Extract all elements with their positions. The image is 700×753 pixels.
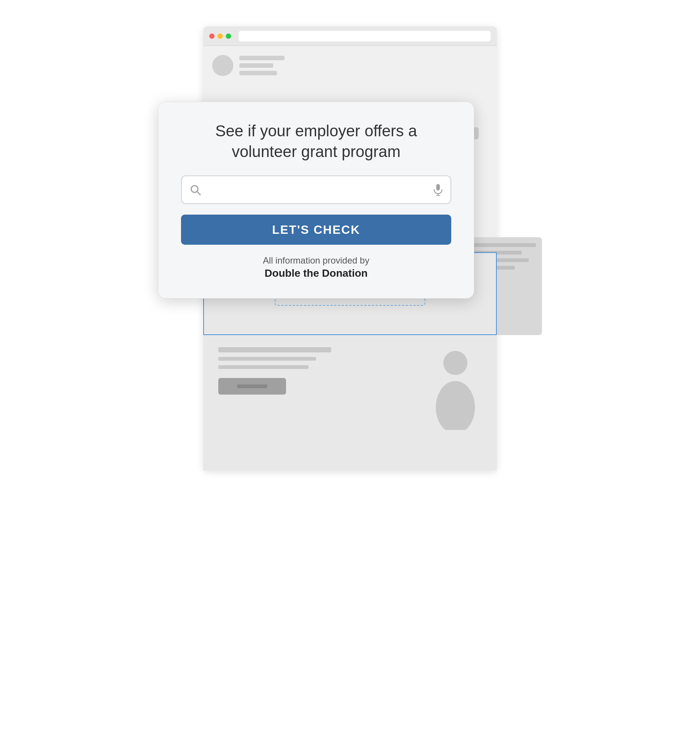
bottom-text-area [218,347,418,430]
bottom-content [203,335,497,442]
bottom-line-lg [218,347,331,352]
profile-text-lines [239,56,285,75]
bottom-line-sm-1 [218,357,316,361]
svg-rect-4 [436,184,440,191]
text-line-2 [239,63,273,68]
bottom-btn-inner [237,384,267,388]
employer-search-input[interactable] [206,185,433,195]
svg-line-3 [197,192,200,195]
scene: See if your employer offers a volunteer … [151,27,549,726]
lets-check-button[interactable]: LET'S CHECK [181,215,451,245]
info-line-1: All information provided by [181,255,451,266]
brand-name: Double the Donation [181,267,451,280]
browser-titlebar [203,27,497,46]
traffic-light-yellow [218,33,223,39]
bottom-section [203,335,497,470]
main-card: See if your employer offers a volunteer … [158,102,474,298]
card-title: See if your employer offers a volunteer … [181,121,451,162]
browser-urlbar [239,31,491,41]
gray-line-1 [465,243,536,247]
svg-point-1 [436,381,475,430]
microphone-icon[interactable] [433,184,443,196]
browser-content [203,46,497,94]
traffic-light-green [226,33,231,39]
bottom-line-sm-2 [218,365,309,369]
avatar-placeholder [212,55,233,76]
person-silhouette [429,347,482,430]
bottom-button-placeholder [218,378,286,395]
search-bar[interactable] [181,175,451,204]
profile-row [212,55,488,76]
text-line-1 [239,56,285,60]
search-icon [189,184,201,196]
traffic-light-red [209,33,215,39]
svg-point-0 [443,351,468,375]
text-line-3 [239,71,277,75]
